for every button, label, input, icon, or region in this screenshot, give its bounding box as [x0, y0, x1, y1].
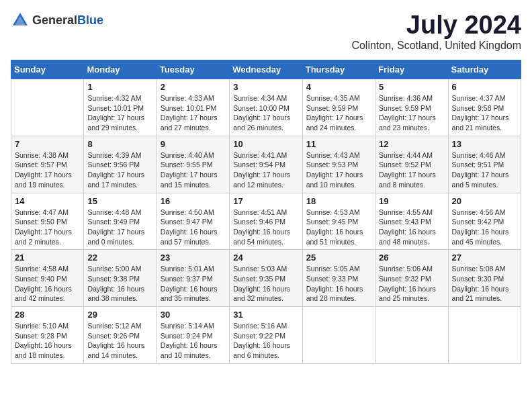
calendar-cell: 6Sunrise: 4:37 AMSunset: 9:58 PMDaylight… — [448, 79, 521, 136]
calendar-cell: 17Sunrise: 4:51 AMSunset: 9:46 PMDayligh… — [230, 193, 302, 250]
calendar-cell — [375, 307, 448, 364]
day-number: 16 — [161, 196, 226, 206]
day-number: 21 — [15, 253, 80, 263]
day-number: 14 — [15, 196, 80, 206]
day-info: Sunrise: 5:14 AMSunset: 9:24 PMDaylight:… — [161, 321, 226, 361]
day-number: 19 — [379, 196, 444, 206]
calendar-cell: 12Sunrise: 4:44 AMSunset: 9:52 PMDayligh… — [375, 136, 448, 193]
calendar-cell: 22Sunrise: 5:00 AMSunset: 9:38 PMDayligh… — [84, 250, 157, 307]
day-info: Sunrise: 5:05 AMSunset: 9:33 PMDaylight:… — [306, 264, 371, 304]
calendar-cell: 24Sunrise: 5:03 AMSunset: 9:35 PMDayligh… — [230, 250, 302, 307]
weekday-header-thursday: Thursday — [302, 60, 375, 79]
calendar-cell — [11, 79, 84, 136]
day-info: Sunrise: 4:40 AMSunset: 9:55 PMDaylight:… — [161, 150, 226, 190]
day-info: Sunrise: 5:08 AMSunset: 9:30 PMDaylight:… — [452, 264, 517, 304]
day-number: 1 — [87, 82, 152, 92]
weekday-header-friday: Friday — [375, 60, 448, 79]
day-number: 8 — [87, 139, 152, 149]
weekday-header-tuesday: Tuesday — [157, 60, 229, 79]
day-info: Sunrise: 4:38 AMSunset: 9:57 PMDaylight:… — [15, 150, 80, 190]
day-info: Sunrise: 4:56 AMSunset: 9:42 PMDaylight:… — [452, 208, 517, 247]
day-number: 12 — [379, 139, 444, 149]
logo: GeneralBlue — [11, 11, 103, 30]
day-info: Sunrise: 4:46 AMSunset: 9:51 PMDaylight:… — [452, 150, 517, 190]
day-number: 11 — [306, 139, 371, 149]
logo-icon — [11, 11, 30, 30]
calendar-cell: 3Sunrise: 4:34 AMSunset: 10:00 PMDayligh… — [230, 79, 302, 136]
day-info: Sunrise: 5:06 AMSunset: 9:32 PMDaylight:… — [379, 264, 444, 304]
calendar-table: SundayMondayTuesdayWednesdayThursdayFrid… — [11, 60, 521, 364]
day-info: Sunrise: 4:35 AMSunset: 9:59 PMDaylight:… — [306, 93, 371, 133]
calendar-cell — [448, 307, 521, 364]
page-header: GeneralBlue July 2024 Colinton, Scotland… — [11, 11, 521, 52]
calendar-cell: 2Sunrise: 4:33 AMSunset: 10:01 PMDayligh… — [157, 79, 229, 136]
week-row-4: 21Sunrise: 4:58 AMSunset: 9:40 PMDayligh… — [11, 250, 521, 307]
day-info: Sunrise: 4:44 AMSunset: 9:52 PMDaylight:… — [379, 150, 444, 190]
calendar-cell: 26Sunrise: 5:06 AMSunset: 9:32 PMDayligh… — [375, 250, 448, 307]
day-number: 2 — [161, 82, 226, 92]
day-info: Sunrise: 4:58 AMSunset: 9:40 PMDaylight:… — [15, 264, 80, 304]
day-info: Sunrise: 4:37 AMSunset: 9:58 PMDaylight:… — [452, 93, 517, 133]
calendar-cell: 16Sunrise: 4:50 AMSunset: 9:47 PMDayligh… — [157, 193, 229, 250]
day-info: Sunrise: 4:43 AMSunset: 9:53 PMDaylight:… — [306, 150, 371, 190]
week-row-5: 28Sunrise: 5:10 AMSunset: 9:28 PMDayligh… — [11, 307, 521, 364]
day-info: Sunrise: 5:00 AMSunset: 9:38 PMDaylight:… — [87, 264, 152, 304]
weekday-header-wednesday: Wednesday — [230, 60, 302, 79]
day-number: 22 — [87, 253, 152, 263]
calendar-cell: 14Sunrise: 4:47 AMSunset: 9:50 PMDayligh… — [11, 193, 84, 250]
day-info: Sunrise: 5:03 AMSunset: 9:35 PMDaylight:… — [233, 264, 298, 304]
calendar-cell: 25Sunrise: 5:05 AMSunset: 9:33 PMDayligh… — [302, 250, 375, 307]
logo-blue: Blue — [77, 13, 103, 27]
day-info: Sunrise: 4:48 AMSunset: 9:49 PMDaylight:… — [87, 208, 152, 247]
day-info: Sunrise: 4:39 AMSunset: 9:56 PMDaylight:… — [87, 150, 152, 190]
calendar-cell: 1Sunrise: 4:32 AMSunset: 10:01 PMDayligh… — [84, 79, 157, 136]
calendar-cell: 13Sunrise: 4:46 AMSunset: 9:51 PMDayligh… — [448, 136, 521, 193]
calendar-cell: 23Sunrise: 5:01 AMSunset: 9:37 PMDayligh… — [157, 250, 229, 307]
day-number: 26 — [379, 253, 444, 263]
day-number: 27 — [452, 253, 517, 263]
calendar-cell: 10Sunrise: 4:41 AMSunset: 9:54 PMDayligh… — [230, 136, 302, 193]
weekday-header-monday: Monday — [84, 60, 157, 79]
day-info: Sunrise: 4:34 AMSunset: 10:00 PMDaylight… — [233, 93, 298, 133]
calendar-cell: 5Sunrise: 4:36 AMSunset: 9:59 PMDaylight… — [375, 79, 448, 136]
day-info: Sunrise: 4:41 AMSunset: 9:54 PMDaylight:… — [233, 150, 298, 190]
calendar-cell: 4Sunrise: 4:35 AMSunset: 9:59 PMDaylight… — [302, 79, 375, 136]
day-info: Sunrise: 5:01 AMSunset: 9:37 PMDaylight:… — [161, 264, 226, 304]
location-title: Colinton, Scotland, United Kingdom — [351, 40, 521, 52]
day-number: 4 — [306, 82, 371, 92]
day-number: 10 — [233, 139, 298, 149]
day-number: 31 — [233, 310, 298, 320]
logo-text: GeneralBlue — [32, 13, 103, 28]
title-section: July 2024 Colinton, Scotland, United Kin… — [351, 11, 521, 52]
calendar-cell: 11Sunrise: 4:43 AMSunset: 9:53 PMDayligh… — [302, 136, 375, 193]
day-number: 28 — [15, 310, 80, 320]
day-number: 18 — [306, 196, 371, 206]
calendar-cell: 30Sunrise: 5:14 AMSunset: 9:24 PMDayligh… — [157, 307, 229, 364]
day-info: Sunrise: 5:10 AMSunset: 9:28 PMDaylight:… — [15, 321, 80, 361]
day-number: 13 — [452, 139, 517, 149]
day-number: 23 — [161, 253, 226, 263]
day-number: 7 — [15, 139, 80, 149]
day-info: Sunrise: 4:50 AMSunset: 9:47 PMDaylight:… — [161, 208, 226, 247]
calendar-cell: 8Sunrise: 4:39 AMSunset: 9:56 PMDaylight… — [84, 136, 157, 193]
calendar-cell: 19Sunrise: 4:55 AMSunset: 9:43 PMDayligh… — [375, 193, 448, 250]
weekday-header-sunday: Sunday — [11, 60, 84, 79]
day-info: Sunrise: 5:16 AMSunset: 9:22 PMDaylight:… — [233, 321, 298, 361]
day-number: 30 — [161, 310, 226, 320]
day-number: 15 — [87, 196, 152, 206]
day-info: Sunrise: 4:51 AMSunset: 9:46 PMDaylight:… — [233, 208, 298, 247]
day-info: Sunrise: 4:55 AMSunset: 9:43 PMDaylight:… — [379, 208, 444, 247]
day-info: Sunrise: 4:53 AMSunset: 9:45 PMDaylight:… — [306, 208, 371, 247]
calendar-cell: 29Sunrise: 5:12 AMSunset: 9:26 PMDayligh… — [84, 307, 157, 364]
day-number: 29 — [87, 310, 152, 320]
calendar-cell: 27Sunrise: 5:08 AMSunset: 9:30 PMDayligh… — [448, 250, 521, 307]
day-info: Sunrise: 4:32 AMSunset: 10:01 PMDaylight… — [87, 93, 152, 133]
day-number: 25 — [306, 253, 371, 263]
day-number: 3 — [233, 82, 298, 92]
calendar-cell: 7Sunrise: 4:38 AMSunset: 9:57 PMDaylight… — [11, 136, 84, 193]
calendar-cell: 18Sunrise: 4:53 AMSunset: 9:45 PMDayligh… — [302, 193, 375, 250]
calendar-cell: 20Sunrise: 4:56 AMSunset: 9:42 PMDayligh… — [448, 193, 521, 250]
day-number: 20 — [452, 196, 517, 206]
day-info: Sunrise: 5:12 AMSunset: 9:26 PMDaylight:… — [87, 321, 152, 361]
week-row-1: 1Sunrise: 4:32 AMSunset: 10:01 PMDayligh… — [11, 79, 521, 136]
